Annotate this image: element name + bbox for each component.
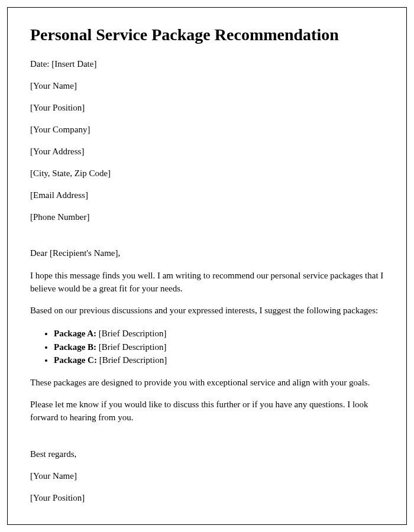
closing-ask-paragraph: Please let me know if you would like to …	[30, 398, 384, 424]
spacer	[30, 233, 384, 247]
intro-paragraph: I hope this message finds you well. I am…	[30, 270, 384, 296]
document-title: Personal Service Package Recommendation	[30, 24, 384, 45]
package-desc: [Brief Description]	[96, 342, 166, 352]
package-name: Package B:	[54, 342, 96, 352]
sender-name: [Your Name]	[30, 80, 384, 92]
list-item: Package B: [Brief Description]	[54, 340, 384, 354]
benefit-paragraph: These packages are designed to provide y…	[30, 377, 384, 390]
signoff-regards: Best regards,	[30, 448, 384, 460]
signoff-name: [Your Name]	[30, 470, 384, 482]
package-list: Package A: [Brief Description] Package B…	[54, 327, 384, 367]
list-item: Package A: [Brief Description]	[54, 327, 384, 340]
package-name: Package A:	[54, 329, 96, 338]
sender-phone: [Phone Number]	[30, 211, 384, 223]
salutation: Dear [Recipient's Name],	[30, 247, 384, 260]
sender-city-state-zip: [City, State, Zip Code]	[30, 167, 384, 180]
signoff-position: [Your Position]	[30, 492, 384, 504]
document-page: Personal Service Package Recommendation …	[7, 7, 407, 525]
sender-position: [Your Position]	[30, 102, 384, 114]
package-desc: [Brief Description]	[97, 355, 167, 365]
lead-in-paragraph: Based on our previous discussions and yo…	[30, 304, 384, 317]
package-desc: [Brief Description]	[96, 329, 166, 338]
spacer	[30, 434, 384, 448]
sender-email: [Email Address]	[30, 189, 384, 202]
sender-company: [Your Company]	[30, 124, 384, 136]
package-name: Package C:	[54, 355, 97, 365]
sender-address: [Your Address]	[30, 145, 384, 158]
date-line: Date: [Insert Date]	[30, 58, 384, 70]
list-item: Package C: [Brief Description]	[54, 353, 384, 367]
